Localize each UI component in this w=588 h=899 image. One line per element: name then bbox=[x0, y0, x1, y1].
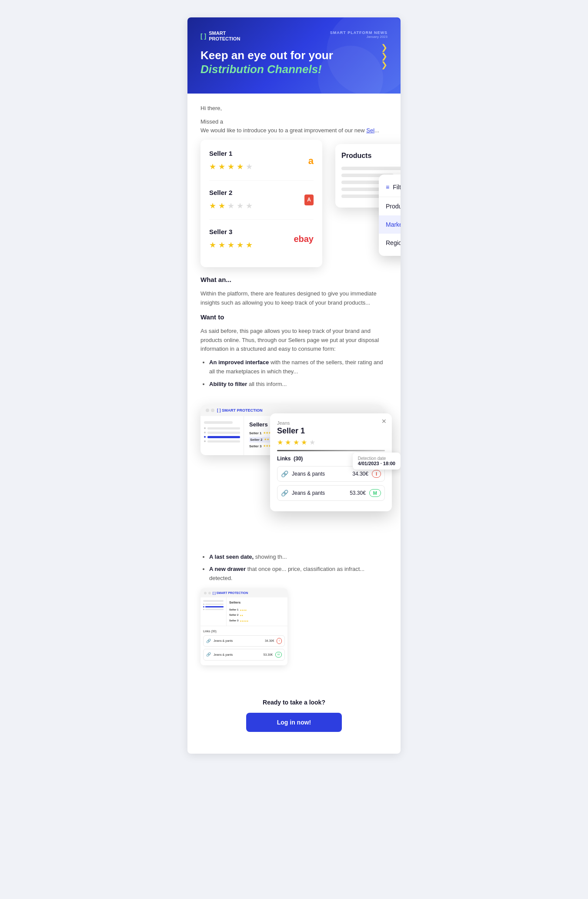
sm-s2-name: Seller 2 bbox=[229, 613, 238, 617]
cta-button[interactable]: Log in now! bbox=[246, 713, 342, 732]
s2-stars: ★★ bbox=[264, 438, 269, 441]
sm-s3-stars: ★★★★★ bbox=[240, 619, 248, 623]
link-name-1: Jeans & pants bbox=[292, 471, 349, 477]
small-links-label: Links (30) bbox=[203, 629, 285, 634]
filter-item-marketplace[interactable]: Marketplace bbox=[379, 215, 401, 234]
cta-text: Ready to take a look? bbox=[187, 699, 401, 706]
filter-item-region[interactable]: Region bbox=[379, 234, 401, 252]
link-price-1: 34.30€ bbox=[352, 471, 368, 477]
header-news: SMART PLATFORM NEWS January 2023 bbox=[330, 30, 388, 39]
sl bbox=[205, 604, 224, 605]
star5: ★ bbox=[246, 241, 253, 249]
main-sidebar bbox=[200, 416, 244, 455]
links-word: Links bbox=[277, 456, 291, 462]
drawer-stars: ★ ★ ★ ★ ★ bbox=[277, 438, 385, 446]
seller2-stars: ★ ★ ★ ★ ★ bbox=[209, 200, 304, 212]
product-line-1 bbox=[341, 167, 401, 170]
small-links: Links (30) 🔗 Jeans & pants 34.30€ I 🔗 Je… bbox=[200, 626, 287, 665]
sidebar-line bbox=[207, 440, 240, 443]
filter-text: Filter by bbox=[393, 182, 401, 192]
logo-bracket: [ ] bbox=[200, 33, 206, 40]
filter-item-product[interactable]: Product bbox=[379, 197, 401, 215]
drawer-close-button[interactable]: ✕ bbox=[381, 418, 387, 425]
drawer-seller-name: Seller 1 bbox=[277, 426, 385, 436]
pl-name-2: Jeans & pants bbox=[214, 652, 261, 657]
email-body: Hi there, Missed aWe would like to intro… bbox=[187, 94, 401, 405]
links-count: (30) bbox=[294, 456, 303, 462]
sidebar-line bbox=[207, 427, 240, 429]
detection-label: Detection date bbox=[358, 456, 395, 461]
seller2-info: Seller 2 ★ ★ ★ ★ ★ bbox=[209, 188, 304, 212]
star3: ★ bbox=[227, 162, 234, 171]
sidebar-item-4 bbox=[204, 440, 240, 443]
star3-empty: ★ bbox=[227, 201, 234, 210]
sd bbox=[203, 604, 204, 605]
sl-item2 bbox=[203, 606, 224, 607]
header-top: [ ] SMART PROTECTION SMART PLATFORM NEWS… bbox=[200, 30, 388, 42]
want-to: Want to bbox=[200, 312, 388, 322]
link-icon-2: 🔗 bbox=[281, 490, 288, 496]
chevron-1: ❯ bbox=[381, 44, 388, 51]
seller3-stars: ★ ★ ★ ★ ★ bbox=[209, 239, 294, 252]
section-what: What an... bbox=[200, 275, 388, 285]
as-said: As said before, this page allows you to … bbox=[200, 327, 388, 354]
d-star1: ★ bbox=[277, 439, 283, 446]
sw-dot1 bbox=[204, 592, 207, 594]
star1: ★ bbox=[209, 241, 216, 249]
sl-item1 bbox=[203, 604, 224, 605]
sm-s2-stars: ★★ bbox=[240, 614, 243, 617]
ebay-logo: ebay bbox=[294, 232, 314, 246]
pl-badge-2: M bbox=[275, 652, 282, 658]
preview-link-2: 🔗 Jeans & pants 53.30€ M bbox=[203, 649, 285, 660]
paragraph1: Missed aWe would like to introduce you t… bbox=[200, 117, 388, 136]
sd-active bbox=[203, 606, 204, 607]
header-chevrons: ❯ ❯ ❯ bbox=[381, 44, 388, 69]
bullet2-strong: Ability to filter bbox=[209, 381, 247, 387]
logo-text-protection: PROTECTION bbox=[209, 36, 240, 42]
small-preview-section: [ ] SMART PROTECTION bbox=[200, 588, 388, 675]
header-subheadline: Distribution Channels! bbox=[200, 63, 388, 76]
header-headline: Keep an eye out for your bbox=[200, 49, 388, 62]
want-to-title: Want to bbox=[200, 313, 224, 321]
page-wrapper: [ ] SMART PROTECTION SMART PLATFORM NEWS… bbox=[164, 17, 424, 754]
sidebar-line-1 bbox=[204, 421, 233, 424]
filter-icon: ≡ bbox=[386, 182, 389, 192]
bullet2-rest: all this inform... bbox=[247, 381, 287, 387]
bullet-4: A new drawer that once ope... price, cla… bbox=[209, 565, 388, 583]
star3: ★ bbox=[227, 241, 234, 249]
star5-empty: ★ bbox=[246, 162, 253, 171]
seller2-row: Seller 2 ★ ★ ★ ★ ★ A bbox=[209, 188, 314, 220]
star1: ★ bbox=[209, 201, 216, 210]
bullet3-rest: showing th... bbox=[254, 553, 287, 560]
sellers-list-card: Seller 1 ★ ★ ★ ★ ★ a bbox=[200, 140, 322, 267]
sidebar-item-2 bbox=[204, 432, 240, 434]
star4: ★ bbox=[237, 241, 244, 249]
star4-half: ★ bbox=[237, 162, 244, 171]
pl-name-1: Jeans & pants bbox=[214, 638, 262, 643]
sl-active bbox=[205, 606, 224, 607]
pl-price-2: 53.30€ bbox=[264, 652, 273, 657]
star5-empty: ★ bbox=[246, 201, 253, 210]
small-sidebar bbox=[200, 597, 227, 626]
s2-name: Seller 2 bbox=[250, 438, 262, 442]
small-header: [ ] SMART PROTECTION bbox=[200, 588, 287, 597]
seller1-stars: ★ ★ ★ ★ ★ bbox=[209, 161, 308, 173]
link-name-2: Jeans & pants bbox=[292, 490, 346, 496]
pl-icon-2: 🔗 bbox=[206, 651, 211, 657]
sm-s3: Seller 3 ★★★★★ bbox=[229, 619, 285, 623]
bullet-list: An improved interface with the names of … bbox=[200, 358, 388, 389]
star4-empty: ★ bbox=[237, 201, 244, 210]
section-what-title: What an... bbox=[200, 276, 231, 283]
bullet-2: Ability to filter all this inform... bbox=[209, 380, 388, 389]
small-logo: [ ] SMART PROTECTION bbox=[213, 590, 248, 595]
sidebar-dot bbox=[204, 427, 206, 429]
chevron-3: ❯ bbox=[381, 61, 388, 69]
aliexpress-logo: A bbox=[304, 195, 314, 205]
detection-badge: Detection date 4/01/2023 · 18:00 bbox=[353, 453, 401, 470]
cta-section: Ready to take a look? Log in now! bbox=[187, 690, 401, 741]
filter-dropdown: ≡ Filter by Product Marketplace Region bbox=[379, 174, 401, 256]
sl3 bbox=[205, 609, 224, 610]
sm-s2: Seller 2 ★★ bbox=[229, 613, 285, 617]
sellers-link[interactable]: Sel bbox=[366, 127, 374, 134]
pl-badge-1: I bbox=[277, 638, 282, 644]
